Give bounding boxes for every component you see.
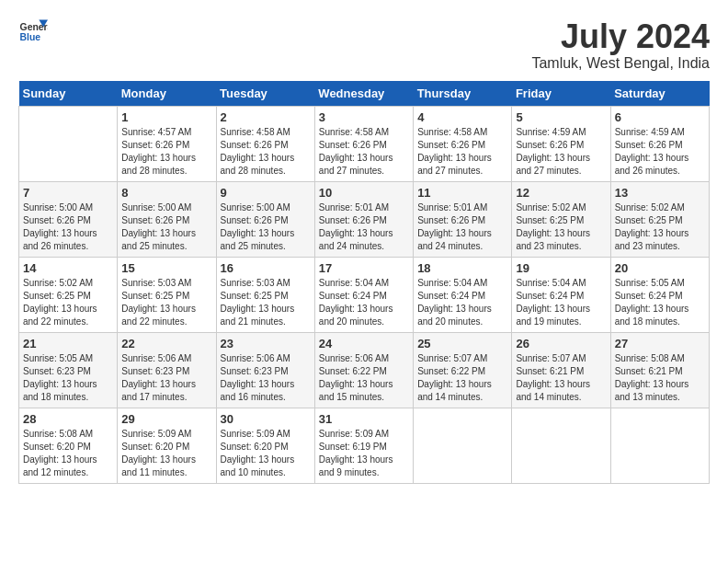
day-info: Sunrise: 5:02 AM Sunset: 6:25 PM Dayligh… — [23, 277, 113, 328]
calendar-cell: 23Sunrise: 5:06 AM Sunset: 6:23 PM Dayli… — [216, 332, 314, 408]
calendar-cell: 14Sunrise: 5:02 AM Sunset: 6:25 PM Dayli… — [19, 257, 118, 332]
page-subtitle: Tamluk, West Bengal, India — [531, 55, 710, 72]
calendar-cell: 27Sunrise: 5:08 AM Sunset: 6:21 PM Dayli… — [610, 332, 709, 408]
calendar-header-row: SundayMondayTuesdayWednesdayThursdayFrid… — [19, 81, 710, 107]
calendar-cell: 8Sunrise: 5:00 AM Sunset: 6:26 PM Daylig… — [118, 181, 216, 257]
day-number: 12 — [516, 186, 606, 200]
calendar-cell — [19, 106, 118, 181]
col-header-sunday: Sunday — [19, 81, 118, 107]
day-number: 26 — [516, 337, 606, 350]
day-number: 9 — [221, 186, 311, 200]
calendar-cell — [414, 408, 512, 483]
day-number: 20 — [615, 261, 705, 275]
calendar-cell: 20Sunrise: 5:05 AM Sunset: 6:24 PM Dayli… — [610, 257, 709, 332]
day-info: Sunrise: 4:58 AM Sunset: 6:26 PM Dayligh… — [319, 126, 409, 178]
day-info: Sunrise: 5:00 AM Sunset: 6:26 PM Dayligh… — [23, 201, 113, 253]
day-info: Sunrise: 5:08 AM Sunset: 6:20 PM Dayligh… — [23, 428, 113, 479]
day-info: Sunrise: 5:01 AM Sunset: 6:26 PM Dayligh… — [417, 201, 507, 253]
day-number: 17 — [319, 261, 409, 275]
col-header-monday: Monday — [118, 81, 216, 107]
day-info: Sunrise: 5:09 AM Sunset: 6:19 PM Dayligh… — [319, 428, 409, 479]
calendar-cell: 29Sunrise: 5:09 AM Sunset: 6:20 PM Dayli… — [118, 408, 216, 483]
calendar-cell: 21Sunrise: 5:05 AM Sunset: 6:23 PM Dayli… — [19, 332, 118, 408]
day-info: Sunrise: 4:59 AM Sunset: 6:26 PM Dayligh… — [516, 126, 606, 178]
col-header-saturday: Saturday — [610, 81, 709, 107]
day-number: 4 — [417, 110, 507, 124]
calendar-cell: 9Sunrise: 5:00 AM Sunset: 6:26 PM Daylig… — [216, 181, 314, 257]
day-number: 1 — [121, 110, 211, 124]
day-info: Sunrise: 5:00 AM Sunset: 6:26 PM Dayligh… — [221, 201, 311, 253]
day-info: Sunrise: 4:58 AM Sunset: 6:26 PM Dayligh… — [417, 126, 507, 178]
day-number: 14 — [23, 261, 113, 275]
day-number: 28 — [23, 412, 113, 426]
day-number: 29 — [121, 412, 211, 426]
day-number: 23 — [221, 337, 311, 350]
calendar-cell: 7Sunrise: 5:00 AM Sunset: 6:26 PM Daylig… — [19, 181, 118, 257]
day-number: 6 — [615, 110, 705, 124]
day-info: Sunrise: 5:04 AM Sunset: 6:24 PM Dayligh… — [516, 277, 606, 328]
day-info: Sunrise: 4:57 AM Sunset: 6:26 PM Dayligh… — [121, 126, 211, 178]
calendar-cell: 10Sunrise: 5:01 AM Sunset: 6:26 PM Dayli… — [314, 181, 413, 257]
page-title: July 2024 — [531, 18, 710, 55]
day-number: 18 — [417, 261, 507, 275]
day-number: 8 — [121, 186, 211, 200]
calendar-cell: 12Sunrise: 5:02 AM Sunset: 6:25 PM Dayli… — [512, 181, 610, 257]
day-number: 10 — [319, 186, 409, 200]
page-header: General Blue July 2024 Tamluk, West Beng… — [18, 18, 710, 72]
calendar-cell: 31Sunrise: 5:09 AM Sunset: 6:19 PM Dayli… — [314, 408, 413, 483]
day-info: Sunrise: 5:05 AM Sunset: 6:23 PM Dayligh… — [23, 352, 113, 404]
day-info: Sunrise: 5:04 AM Sunset: 6:24 PM Dayligh… — [417, 277, 507, 328]
col-header-tuesday: Tuesday — [216, 81, 314, 107]
day-number: 11 — [417, 186, 507, 200]
calendar-cell: 11Sunrise: 5:01 AM Sunset: 6:26 PM Dayli… — [414, 181, 512, 257]
day-number: 19 — [516, 261, 606, 275]
day-info: Sunrise: 5:09 AM Sunset: 6:20 PM Dayligh… — [121, 428, 211, 479]
day-info: Sunrise: 4:59 AM Sunset: 6:26 PM Dayligh… — [615, 126, 705, 178]
calendar-cell: 2Sunrise: 4:58 AM Sunset: 6:26 PM Daylig… — [216, 106, 314, 181]
day-info: Sunrise: 5:08 AM Sunset: 6:21 PM Dayligh… — [615, 352, 705, 404]
calendar-cell: 15Sunrise: 5:03 AM Sunset: 6:25 PM Dayli… — [118, 257, 216, 332]
calendar-cell — [512, 408, 610, 483]
calendar-cell: 28Sunrise: 5:08 AM Sunset: 6:20 PM Dayli… — [19, 408, 118, 483]
calendar-cell: 1Sunrise: 4:57 AM Sunset: 6:26 PM Daylig… — [118, 106, 216, 181]
calendar-cell: 22Sunrise: 5:06 AM Sunset: 6:23 PM Dayli… — [118, 332, 216, 408]
calendar-cell: 19Sunrise: 5:04 AM Sunset: 6:24 PM Dayli… — [512, 257, 610, 332]
calendar-week-row: 21Sunrise: 5:05 AM Sunset: 6:23 PM Dayli… — [19, 332, 710, 408]
day-info: Sunrise: 5:06 AM Sunset: 6:22 PM Dayligh… — [319, 352, 409, 404]
day-info: Sunrise: 5:01 AM Sunset: 6:26 PM Dayligh… — [319, 201, 409, 253]
calendar-cell: 6Sunrise: 4:59 AM Sunset: 6:26 PM Daylig… — [610, 106, 709, 181]
day-number: 31 — [319, 412, 409, 426]
calendar-cell: 30Sunrise: 5:09 AM Sunset: 6:20 PM Dayli… — [216, 408, 314, 483]
day-info: Sunrise: 4:58 AM Sunset: 6:26 PM Dayligh… — [221, 126, 311, 178]
col-header-thursday: Thursday — [414, 81, 512, 107]
calendar-cell: 25Sunrise: 5:07 AM Sunset: 6:22 PM Dayli… — [414, 332, 512, 408]
logo-icon: General Blue — [18, 18, 48, 44]
col-header-friday: Friday — [512, 81, 610, 107]
day-info: Sunrise: 5:07 AM Sunset: 6:22 PM Dayligh… — [417, 352, 507, 404]
title-block: July 2024 Tamluk, West Bengal, India — [531, 18, 710, 72]
calendar-week-row: 28Sunrise: 5:08 AM Sunset: 6:20 PM Dayli… — [19, 408, 710, 483]
calendar-cell: 5Sunrise: 4:59 AM Sunset: 6:26 PM Daylig… — [512, 106, 610, 181]
day-info: Sunrise: 5:06 AM Sunset: 6:23 PM Dayligh… — [221, 352, 311, 404]
day-number: 7 — [23, 186, 113, 200]
day-info: Sunrise: 5:07 AM Sunset: 6:21 PM Dayligh… — [516, 352, 606, 404]
day-info: Sunrise: 5:03 AM Sunset: 6:25 PM Dayligh… — [221, 277, 311, 328]
calendar-cell: 18Sunrise: 5:04 AM Sunset: 6:24 PM Dayli… — [414, 257, 512, 332]
day-number: 22 — [121, 337, 211, 350]
calendar-cell: 16Sunrise: 5:03 AM Sunset: 6:25 PM Dayli… — [216, 257, 314, 332]
day-number: 3 — [319, 110, 409, 124]
logo: General Blue — [18, 18, 48, 44]
calendar-cell: 17Sunrise: 5:04 AM Sunset: 6:24 PM Dayli… — [314, 257, 413, 332]
calendar-cell: 4Sunrise: 4:58 AM Sunset: 6:26 PM Daylig… — [414, 106, 512, 181]
day-info: Sunrise: 5:02 AM Sunset: 6:25 PM Dayligh… — [516, 201, 606, 253]
calendar-cell — [610, 408, 709, 483]
col-header-wednesday: Wednesday — [314, 81, 413, 107]
calendar-week-row: 14Sunrise: 5:02 AM Sunset: 6:25 PM Dayli… — [19, 257, 710, 332]
day-info: Sunrise: 5:05 AM Sunset: 6:24 PM Dayligh… — [615, 277, 705, 328]
calendar-week-row: 7Sunrise: 5:00 AM Sunset: 6:26 PM Daylig… — [19, 181, 710, 257]
day-number: 16 — [221, 261, 311, 275]
calendar-cell: 3Sunrise: 4:58 AM Sunset: 6:26 PM Daylig… — [314, 106, 413, 181]
day-number: 15 — [121, 261, 211, 275]
calendar-cell: 13Sunrise: 5:02 AM Sunset: 6:25 PM Dayli… — [610, 181, 709, 257]
day-number: 27 — [615, 337, 705, 350]
